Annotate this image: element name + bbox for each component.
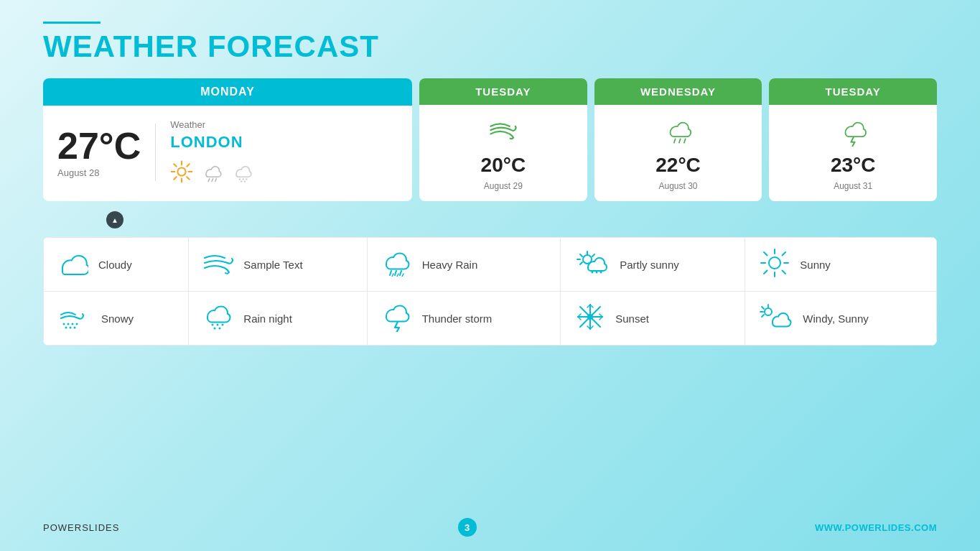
partly-sunny-icon [575, 249, 610, 279]
wind-legend-icon [203, 251, 233, 278]
svg-point-34 [600, 272, 602, 274]
svg-line-41 [783, 271, 786, 274]
cloud-icon [58, 251, 88, 278]
page-title: WEATHER FORECAST [43, 29, 937, 64]
legend-cell-rain-night: Rain night [189, 292, 367, 346]
last-tuesday-body: 23°C August 31 [769, 105, 937, 201]
svg-point-35 [769, 257, 780, 269]
svg-point-52 [217, 324, 219, 326]
monday-header: MONDAY [43, 78, 412, 106]
last-tuesday-temperature: 23°C [831, 154, 876, 177]
footer-page-number: 3 [458, 518, 477, 537]
wednesday-temperature: 22°C [655, 154, 701, 177]
svg-line-28 [580, 254, 582, 256]
monday-body: 27°C August 28 Weather LONDON [43, 106, 412, 199]
monday-temperature: 27°C [57, 127, 141, 165]
monday-icons [170, 160, 253, 186]
svg-point-47 [76, 323, 78, 325]
sun-full-icon [760, 248, 790, 281]
tuesday-date: August 29 [484, 181, 523, 191]
monday-right: Weather LONDON [170, 119, 253, 186]
header: WEATHER FORECAST [43, 22, 937, 64]
svg-line-11 [215, 178, 217, 181]
legend-cell-sunset: Sunset [561, 292, 745, 346]
monday-city: LONDON [170, 133, 253, 152]
brand-light: SLIDES [82, 522, 119, 533]
rain-cloud-icon-gray [200, 160, 223, 186]
footer-brand: POWERSLIDES [43, 522, 119, 533]
svg-line-5 [174, 164, 177, 167]
legend-cell-windy-sunny: Windy, Sunny [745, 292, 937, 346]
tuesday-header: TUESDAY [419, 78, 587, 105]
svg-point-53 [222, 324, 224, 326]
wednesday-header: WEDNESDAY [594, 78, 762, 105]
svg-line-71 [762, 307, 764, 309]
legend-cell-partly-sunny: Partly sunny [561, 238, 745, 292]
svg-point-44 [63, 323, 65, 325]
partly-sunny-label: Partly sunny [620, 259, 679, 271]
svg-point-16 [244, 180, 246, 182]
legend-cell-snowy: Snowy [44, 292, 189, 346]
title-blue: FORECAST [207, 29, 379, 63]
sample-text-label: Sample Text [243, 259, 302, 271]
sunny-label: Sunny [800, 259, 831, 271]
page: WEATHER FORECAST MONDAY 27°C August 28 W… [0, 0, 980, 551]
heavy-rain-icon [382, 249, 412, 279]
wednesday-body: 22°C August 30 [594, 105, 762, 201]
monday-card: MONDAY 27°C August 28 Weather LONDON [43, 78, 412, 201]
rain-cloud-green-icon [663, 115, 694, 149]
legend-cell-sunny: Sunny [745, 238, 937, 292]
svg-point-54 [214, 328, 216, 330]
svg-line-10 [212, 178, 213, 181]
svg-point-46 [72, 323, 74, 325]
monday-city-label: Weather [170, 119, 253, 130]
thunder-cloud-icon [837, 115, 869, 149]
svg-line-23 [392, 274, 393, 277]
windy-sunny-icon [760, 303, 793, 333]
arrow-indicator: ▲ [43, 211, 937, 228]
tuesday-card: TUESDAY 20°C August 29 [419, 78, 587, 201]
sunset-label: Sunset [615, 312, 649, 325]
svg-line-18 [678, 139, 680, 142]
wednesday-card: WEDNESDAY 22°C August 30 [594, 78, 762, 201]
header-accent-line [43, 22, 101, 24]
svg-line-19 [683, 139, 685, 142]
snowflake-icon [575, 302, 605, 335]
wind-icon [487, 115, 519, 149]
svg-line-30 [580, 262, 582, 264]
svg-point-49 [70, 327, 72, 329]
thunderstorm-icon [382, 302, 412, 335]
svg-line-6 [187, 177, 190, 180]
svg-line-40 [764, 252, 767, 256]
svg-line-22 [400, 271, 401, 275]
cloudy-label: Cloudy [98, 259, 132, 271]
legend-row-1: Cloudy Sample Text [44, 238, 937, 292]
rain-night-label: Rain night [243, 312, 292, 325]
legend-table: Cloudy Sample Text [43, 237, 937, 346]
legend-cell-cloudy: Cloudy [44, 238, 189, 292]
svg-line-7 [187, 164, 190, 167]
svg-line-21 [395, 271, 396, 275]
svg-line-43 [764, 271, 767, 274]
svg-line-8 [174, 177, 177, 180]
svg-point-33 [596, 272, 598, 274]
thunderstorm-label: Thunder storm [422, 312, 493, 325]
svg-line-25 [402, 274, 403, 277]
last-tuesday-date: August 31 [834, 181, 872, 191]
last-tuesday-header: TUESDAY [769, 78, 937, 105]
svg-point-15 [241, 180, 242, 182]
title-black: WEATHER [43, 29, 198, 63]
cloud-icon-gray [230, 160, 253, 186]
svg-line-20 [390, 271, 391, 275]
snowy-label: Snowy [101, 312, 134, 325]
brand-bold: POWER [43, 522, 82, 533]
svg-point-51 [212, 324, 214, 326]
arrow-circle: ▲ [106, 211, 123, 228]
legend-cell-heavy-rain: Heavy Rain [367, 238, 561, 292]
svg-point-14 [246, 178, 247, 180]
svg-point-0 [178, 167, 186, 175]
svg-point-13 [243, 178, 244, 180]
legend-cell-thunderstorm: Thunder storm [367, 292, 561, 346]
tuesday-temperature: 20°C [481, 154, 526, 177]
svg-line-73 [762, 315, 764, 317]
